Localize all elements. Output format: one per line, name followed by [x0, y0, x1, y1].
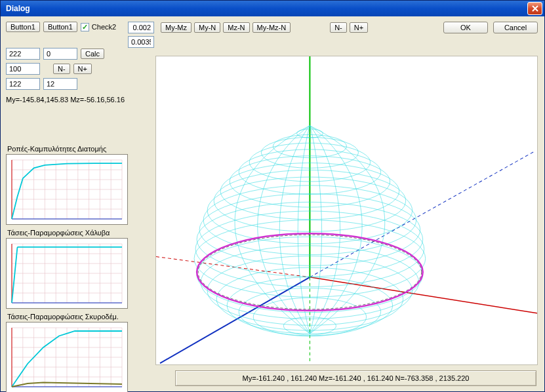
panel2-chart — [6, 238, 128, 309]
client-area: Button1 Button1 ✓ Check2 Calc N- — [1, 16, 544, 391]
eps-inputs — [128, 22, 154, 48]
panel3-title: Τάσεις-Παραμορφώσεις Σκυροδέμ. — [7, 313, 144, 321]
my-n-button[interactable]: My-N — [194, 22, 220, 33]
input-r2c1[interactable] — [6, 63, 40, 75]
svg-line-3 — [160, 277, 310, 363]
my-mz-text: My=-145.84,145.83 Mz=-56.16,56.16 — [6, 96, 148, 104]
svg-line-1 — [310, 277, 537, 313]
input-r1c2[interactable] — [43, 48, 77, 60]
eps-bot-input[interactable] — [128, 36, 154, 48]
titlebar: Dialog — [1, 1, 544, 16]
n-minus-button[interactable]: N- — [330, 22, 347, 33]
top-toolbar: My-Mz My-N Mz-N My-Mz-N N- N+ OK Cancel — [161, 22, 538, 33]
checkmark-icon: ✓ — [81, 23, 89, 31]
my-mz-button[interactable]: My-Mz — [161, 22, 192, 33]
dialog-window: Dialog Button1 Button1 ✓ Check2 — [0, 0, 545, 392]
svg-line-2 — [310, 151, 535, 277]
surface-plot — [156, 56, 537, 364]
check2-label: Check2 — [92, 23, 116, 31]
mz-n-button[interactable]: Mz-N — [223, 22, 249, 33]
viewport-3d[interactable] — [155, 56, 538, 365]
panel1-title: Ροπές-Καμπυλότητες Διατομής — [7, 145, 144, 153]
panel3-chart — [6, 322, 128, 392]
input-r3c2[interactable] — [43, 78, 77, 90]
status-text: My=-161.240 , 161.240 Mz=-161.240 , 161.… — [243, 374, 470, 382]
close-icon — [532, 5, 538, 12]
input-r3c1[interactable] — [6, 78, 40, 90]
side-panel: Ροπές-Καμπυλότητες Διατομής Τάσεις-Παραμ… — [6, 141, 144, 392]
eps-top-input[interactable] — [128, 22, 154, 33]
calc-button[interactable]: Calc — [81, 49, 104, 59]
left-n-plus-button[interactable]: N+ — [73, 64, 92, 74]
input-r1c1[interactable] — [6, 48, 40, 60]
cancel-button[interactable]: Cancel — [493, 22, 538, 33]
close-button[interactable] — [527, 2, 542, 15]
check2[interactable]: ✓ Check2 — [81, 23, 116, 31]
status-bar: My=-161.240 , 161.240 Mz=-161.240 , 161.… — [175, 370, 536, 386]
left-n-minus-button[interactable]: N- — [53, 64, 70, 74]
window-title: Dialog — [6, 4, 527, 13]
button1b[interactable]: Button1 — [43, 22, 77, 32]
ok-button[interactable]: OK — [443, 22, 488, 33]
panel2-title: Τάσεις-Παραμορφώσεις Χάλυβα — [7, 229, 144, 237]
left-controls: Button1 Button1 ✓ Check2 Calc N- — [6, 22, 148, 104]
n-plus-button[interactable]: N+ — [350, 22, 368, 33]
my-mz-n-button[interactable]: My-Mz-N — [252, 22, 291, 33]
svg-line-0 — [156, 257, 310, 277]
panel1-chart — [6, 154, 128, 225]
button1a[interactable]: Button1 — [6, 22, 40, 32]
